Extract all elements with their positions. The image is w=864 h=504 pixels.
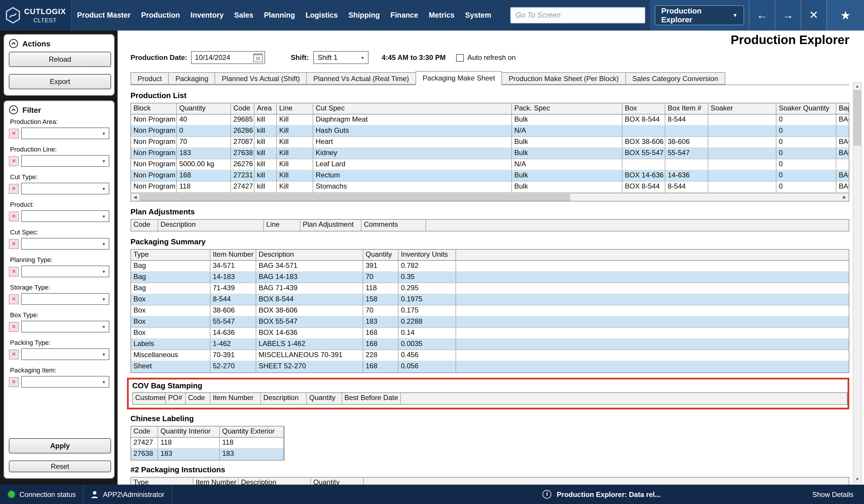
go-to-screen-input[interactable] (510, 7, 645, 24)
scroll-right-icon[interactable]: ▶ (840, 194, 849, 200)
column-header-quantity[interactable]: Quantity (307, 393, 342, 404)
clear-product-icon[interactable]: ✕ (9, 211, 19, 221)
column-header-code[interactable]: Code (131, 427, 158, 437)
clear-box-type-icon[interactable]: ✕ (9, 322, 19, 332)
auto-refresh-checkbox[interactable] (456, 54, 464, 61)
column-header-cut-spec[interactable]: Cut Spec (313, 103, 512, 114)
table-row[interactable]: Sheet52-270SHEET 52-2701680.056 (131, 361, 849, 372)
actions-panel-header[interactable]: Actions (9, 39, 109, 48)
table-row[interactable]: 27638183183 (131, 449, 284, 460)
menu-item-logistics[interactable]: Logistics (300, 0, 343, 30)
table-row[interactable]: Box38-606BOX 38-606700.175 (131, 306, 849, 317)
brand-block[interactable]: CUTLOGIX CLTEST (0, 0, 72, 30)
column-header-soaker-quantity[interactable]: Soaker Quantity (777, 103, 836, 114)
production-line-select[interactable]: ▼ (21, 155, 109, 167)
clear-cut-type-icon[interactable]: ✕ (9, 184, 19, 194)
menu-item-shipping[interactable]: Shipping (343, 0, 385, 30)
column-header-customer[interactable]: Customer (133, 393, 166, 404)
column-header-type[interactable]: Type (131, 478, 193, 484)
tab-product[interactable]: Product (131, 72, 169, 85)
table-row[interactable]: Labels1-462LABELS 1-4621680.0035 (131, 339, 849, 350)
show-details-link[interactable]: Show Details (812, 490, 853, 499)
column-header-code[interactable]: Code (231, 103, 254, 114)
table-row[interactable]: Non Program16827231killKillRectumBulkBOX… (131, 170, 849, 182)
column-header-area[interactable]: Area (254, 103, 277, 114)
column-header-inventory-units[interactable]: Inventory Units (398, 250, 456, 260)
column-header-description[interactable]: Description (256, 250, 363, 260)
menu-item-system[interactable]: System (460, 0, 496, 30)
shift-select[interactable]: Shift 1 ▼ (314, 51, 369, 64)
menu-item-inventory[interactable]: Inventory (185, 0, 229, 30)
clear-packing-type-icon[interactable]: ✕ (9, 349, 19, 359)
status-message[interactable]: Production Explorer: Data rel... (557, 490, 661, 499)
cut-spec-select[interactable]: ▼ (21, 238, 109, 250)
clear-storage-type-icon[interactable]: ✕ (9, 294, 19, 304)
column-header-type[interactable]: Type (131, 250, 211, 260)
column-header-po[interactable]: PO# (166, 393, 186, 404)
column-header-code[interactable]: Code (131, 220, 158, 231)
table-row[interactable]: Non Program11827427killKillStomachsBulkB… (131, 182, 849, 193)
close-button[interactable]: ✕ (801, 0, 826, 30)
menu-item-finance[interactable]: Finance (385, 0, 423, 30)
table-row[interactable]: Box14-636BOX 14-6361680.14 (131, 328, 849, 339)
column-header-bag[interactable]: Bag (836, 103, 849, 114)
production-date-input[interactable]: 10/14/2024 15 (191, 51, 265, 64)
table-row[interactable]: Bag14-183BAG 14-183700.35 (131, 272, 849, 283)
reset-button[interactable]: Reset (9, 460, 111, 472)
apply-button[interactable]: Apply (9, 438, 111, 454)
tab-planned-vs-actual-shift[interactable]: Planned Vs Actual (Shift) (215, 72, 307, 85)
forward-button[interactable]: → (775, 0, 801, 30)
scroll-down-icon[interactable]: ▼ (853, 476, 861, 483)
tab-packaging-make-sheet[interactable]: Packaging Make Sheet (416, 71, 502, 85)
column-header-item-number[interactable]: Item Number (211, 250, 256, 260)
column-header-description[interactable]: Description (239, 478, 311, 484)
production-area-select[interactable]: ▼ (21, 127, 109, 139)
column-header-plan-adjustment[interactable]: Plan Adjustment (300, 220, 361, 231)
packaging-item-select[interactable]: ▼ (21, 376, 109, 388)
menu-item-planning[interactable]: Planning (259, 0, 300, 30)
table-row[interactable]: Box8-544BOX 8-5441580.1975 (131, 294, 849, 306)
column-header-pack-spec[interactable]: Pack. Spec (512, 103, 622, 114)
reload-button[interactable]: Reload (9, 52, 111, 67)
menu-item-metrics[interactable]: Metrics (423, 0, 460, 30)
table-row[interactable]: Bag34-571BAG 34-5713910.782 (131, 261, 849, 272)
menu-item-sales[interactable]: Sales (229, 0, 259, 30)
table-row[interactable]: Bag71-439BAG 71-4391180.295 (131, 283, 849, 294)
column-header-box[interactable]: Box (622, 103, 665, 114)
back-button[interactable]: ← (749, 0, 775, 30)
column-header-quantity-exterior[interactable]: Quantity Exterior (220, 427, 284, 437)
column-header-quantity-interior[interactable]: Quantity Interior (158, 427, 220, 437)
clear-packaging-item-icon[interactable]: ✕ (9, 377, 19, 387)
column-header-box-item[interactable]: Box Item # (665, 103, 708, 114)
scrollbar-thumb[interactable] (853, 90, 861, 146)
planning-type-select[interactable]: ▼ (21, 266, 109, 277)
column-header-item-number[interactable]: Item Number (193, 478, 239, 484)
column-header-item-number[interactable]: Item Number (211, 393, 261, 404)
tab-sales-category-conversion[interactable]: Sales Category Conversion (626, 72, 725, 85)
tab-packaging[interactable]: Packaging (169, 72, 215, 85)
column-header-quantity[interactable]: Quantity (177, 103, 231, 114)
tab-production-make-sheet-per-block[interactable]: Production Make Sheet (Per Block) (502, 72, 626, 85)
filter-panel-header[interactable]: Filter (9, 105, 109, 114)
menu-item-product-master[interactable]: Product Master (72, 0, 136, 30)
clear-cut-spec-icon[interactable]: ✕ (9, 239, 19, 249)
table-row[interactable]: 27427118118 (131, 438, 284, 449)
product-select[interactable]: ▼ (21, 210, 109, 222)
vertical-scrollbar[interactable]: ▲ ▼ (853, 82, 862, 483)
scroll-up-icon[interactable]: ▲ (853, 83, 861, 90)
tab-planned-vs-actual-real-time[interactable]: Planned Vs Actual (Real Time) (307, 72, 416, 85)
screen-selector-dropdown[interactable]: Production Explorer ▼ (655, 5, 744, 25)
scrollbar-thumb[interactable] (139, 194, 570, 200)
column-header-soaker[interactable]: Soaker (708, 103, 777, 114)
column-header-quantity[interactable]: Quantity (363, 250, 398, 260)
column-header-description[interactable]: Description (158, 220, 264, 231)
favorite-button[interactable]: ★ (826, 0, 864, 30)
horizontal-scrollbar[interactable]: ◀ ▶ (131, 193, 849, 201)
export-button[interactable]: Export (9, 74, 111, 89)
menu-item-production[interactable]: Production (136, 0, 185, 30)
column-header-line[interactable]: Line (264, 220, 300, 231)
table-row[interactable]: Miscellaneous70-391MISCELLANEOUS 70-3912… (131, 350, 849, 361)
packing-type-select[interactable]: ▼ (21, 348, 109, 360)
column-header-quantity[interactable]: Quantity (311, 478, 364, 484)
table-row[interactable]: Non Program18327638killKillKidneyBulkBOX… (131, 148, 849, 159)
